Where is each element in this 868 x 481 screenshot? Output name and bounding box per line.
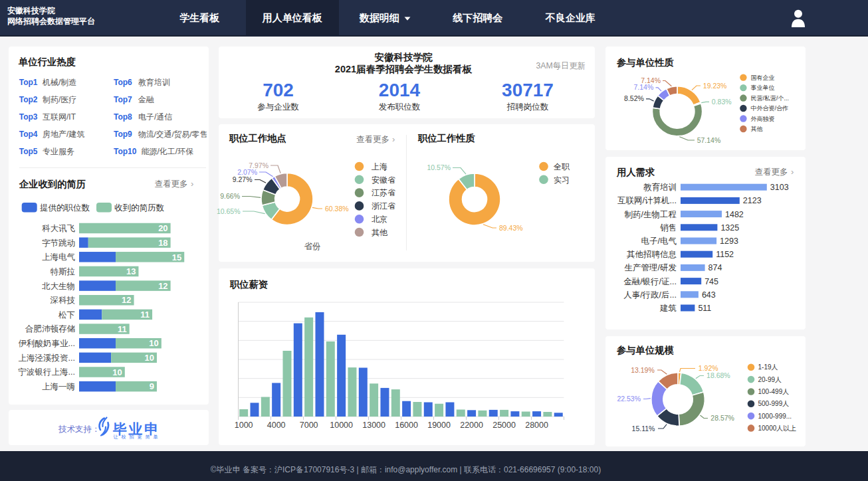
svg-text:民营/私营/个...: 民营/私营/个... bbox=[751, 95, 790, 102]
svg-text:全职: 全职 bbox=[554, 162, 570, 171]
svg-text:电子/通信: 电子/通信 bbox=[138, 112, 172, 122]
svg-text:国有企业: 国有企业 bbox=[751, 74, 775, 81]
svg-text:安徽科技学院: 安徽科技学院 bbox=[375, 52, 433, 63]
svg-text:25000: 25000 bbox=[492, 421, 516, 430]
svg-text:提供的职位数: 提供的职位数 bbox=[40, 203, 90, 213]
svg-text:19.23%: 19.23% bbox=[703, 82, 727, 90]
svg-text:20: 20 bbox=[158, 223, 167, 233]
svg-text:2123: 2123 bbox=[743, 196, 762, 205]
svg-text:互联网/IT: 互联网/IT bbox=[43, 112, 76, 122]
svg-text:7.14%: 7.14% bbox=[634, 83, 654, 91]
svg-text:省份: 省份 bbox=[304, 242, 321, 251]
svg-text:Top3: Top3 bbox=[19, 112, 38, 122]
svg-text:参与企业数: 参与企业数 bbox=[257, 102, 299, 112]
svg-text:Top2: Top2 bbox=[19, 95, 38, 104]
svg-text:专业服务: 专业服务 bbox=[43, 147, 74, 156]
svg-text:制药/生物工程: 制药/生物工程 bbox=[625, 210, 677, 219]
svg-text:13000: 13000 bbox=[362, 421, 385, 430]
svg-text:浙江省: 浙江省 bbox=[372, 201, 395, 211]
svg-text:18.68%: 18.68% bbox=[706, 371, 730, 379]
svg-text:15: 15 bbox=[172, 252, 181, 262]
svg-text:Top8: Top8 bbox=[114, 112, 132, 122]
svg-text:11: 11 bbox=[118, 324, 127, 334]
svg-text:10: 10 bbox=[144, 353, 154, 363]
svg-text:Top5: Top5 bbox=[19, 147, 38, 156]
svg-text:教育培训: 教育培训 bbox=[138, 78, 170, 87]
svg-text:1482: 1482 bbox=[725, 210, 744, 219]
svg-text:参与单位性质: 参与单位性质 bbox=[616, 57, 674, 68]
svg-text:查看更多: 查看更多 bbox=[755, 167, 788, 177]
svg-text:9.27%: 9.27% bbox=[233, 175, 253, 183]
svg-text:16000: 16000 bbox=[395, 421, 418, 430]
svg-text:职位工作地点: 职位工作地点 bbox=[229, 133, 286, 144]
svg-text:1000-999...: 1000-999... bbox=[758, 413, 792, 420]
svg-text:参与单位规模: 参与单位规模 bbox=[616, 345, 674, 355]
svg-text:9.66%: 9.66% bbox=[220, 192, 240, 200]
svg-text:其他招聘信息: 其他招聘信息 bbox=[627, 250, 677, 259]
svg-text:房地产/建筑: 房地产/建筑 bbox=[43, 130, 84, 139]
svg-text:Top6: Top6 bbox=[114, 78, 132, 87]
svg-text:18: 18 bbox=[158, 238, 167, 248]
svg-text:北京: 北京 bbox=[372, 215, 387, 224]
svg-text:500-999人: 500-999人 bbox=[758, 400, 790, 407]
svg-text:人事/行政/后...: 人事/行政/后... bbox=[623, 290, 677, 300]
svg-text:技术支持：: 技术支持： bbox=[58, 425, 100, 434]
svg-text:745: 745 bbox=[705, 277, 718, 286]
svg-text:制药/医疗: 制药/医疗 bbox=[43, 95, 76, 104]
svg-text:13: 13 bbox=[126, 266, 136, 276]
svg-text:10000: 10000 bbox=[330, 421, 353, 430]
svg-text:28000: 28000 bbox=[525, 421, 548, 430]
svg-text:2021届春季招聘会学生数据看板: 2021届春季招聘会学生数据看板 bbox=[335, 64, 473, 74]
svg-text:8.52%: 8.52% bbox=[624, 94, 644, 102]
svg-text:北大生物: 北大生物 bbox=[42, 282, 75, 291]
svg-text:702: 702 bbox=[263, 80, 294, 100]
svg-text:1325: 1325 bbox=[720, 223, 739, 233]
svg-text:其他: 其他 bbox=[751, 126, 763, 132]
svg-text:事业单位: 事业单位 bbox=[751, 84, 775, 91]
svg-text:28.57%: 28.57% bbox=[710, 414, 734, 422]
svg-text:收到的简历数: 收到的简历数 bbox=[114, 203, 165, 213]
svg-text:伊利酸奶事业...: 伊利酸奶事业... bbox=[19, 339, 75, 348]
svg-text:金融/银行/证...: 金融/银行/证... bbox=[623, 277, 677, 286]
svg-text:›: › bbox=[791, 167, 794, 177]
svg-text:22.53%: 22.53% bbox=[617, 395, 641, 403]
svg-text:3AM每日更新: 3AM每日更新 bbox=[536, 61, 586, 70]
svg-text:1-19人: 1-19人 bbox=[758, 363, 778, 371]
svg-text:上海电气: 上海电气 bbox=[42, 252, 76, 262]
svg-text:电子/电气: 电子/电气 bbox=[641, 237, 677, 246]
svg-text:15.11%: 15.11% bbox=[632, 425, 655, 433]
svg-text:11: 11 bbox=[140, 310, 150, 320]
svg-text:发布职位数: 发布职位数 bbox=[379, 102, 421, 112]
svg-text:7000: 7000 bbox=[300, 421, 318, 430]
svg-text:教育培训: 教育培训 bbox=[643, 182, 677, 192]
svg-text:60.38%: 60.38% bbox=[325, 205, 349, 213]
svg-text:1152: 1152 bbox=[716, 250, 734, 259]
svg-text:深科技: 深科技 bbox=[51, 296, 76, 305]
svg-text:销售: 销售 bbox=[660, 223, 677, 233]
svg-text:职位工作性质: 职位工作性质 bbox=[417, 133, 475, 144]
svg-text:2014: 2014 bbox=[379, 80, 421, 100]
svg-text:10: 10 bbox=[112, 367, 122, 377]
svg-text:13.19%: 13.19% bbox=[631, 366, 655, 374]
svg-text:建筑: 建筑 bbox=[659, 304, 677, 313]
svg-text:用人需求: 用人需求 bbox=[616, 167, 655, 177]
svg-text:能源/化工/环保: 能源/化工/环保 bbox=[142, 147, 194, 156]
svg-text:Top10: Top10 bbox=[114, 147, 137, 156]
svg-text:松下: 松下 bbox=[58, 310, 75, 320]
svg-text:生产管理/研发: 生产管理/研发 bbox=[625, 263, 677, 272]
svg-text:互联网/计算机...: 互联网/计算机... bbox=[617, 196, 677, 205]
svg-text:›: › bbox=[392, 134, 395, 144]
svg-text:511: 511 bbox=[698, 304, 711, 313]
svg-text:外商独资: 外商独资 bbox=[751, 116, 775, 122]
svg-text:7.14%: 7.14% bbox=[641, 76, 661, 84]
svg-text:4000: 4000 bbox=[267, 421, 286, 430]
svg-text:上海泾溪投资...: 上海泾溪投资... bbox=[19, 353, 75, 363]
svg-text:机械/制造: 机械/制造 bbox=[42, 78, 76, 87]
svg-text:10: 10 bbox=[149, 338, 158, 348]
svg-text:10.57%: 10.57% bbox=[427, 163, 451, 171]
svg-text:30717: 30717 bbox=[502, 80, 554, 100]
svg-text:物流/交通/贸易/零售: 物流/交通/贸易/零售 bbox=[138, 130, 207, 139]
svg-text:Top1: Top1 bbox=[19, 78, 38, 87]
svg-text:宁波银行上海...: 宁波银行上海... bbox=[19, 367, 75, 377]
svg-text:招聘岗位数: 招聘岗位数 bbox=[506, 102, 549, 112]
